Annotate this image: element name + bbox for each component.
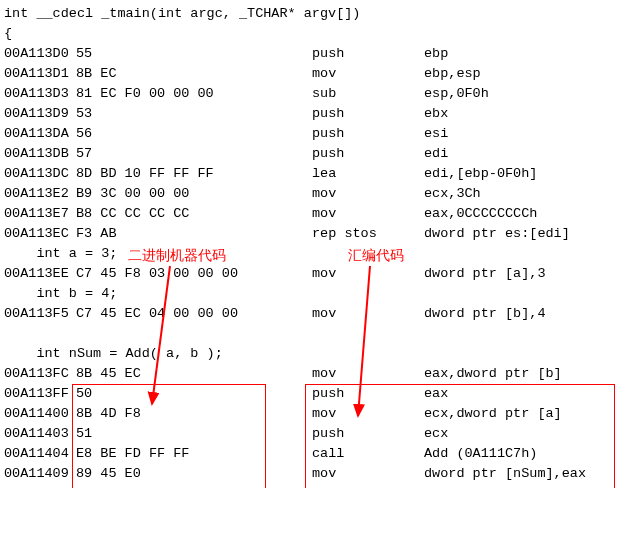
disasm-row: 00A113EEC7 45 F8 03 00 00 00movdword ptr… [4,264,618,284]
disasm-row: 00A113ECF3 ABrep stosdword ptr es:[edi] [4,224,618,244]
blank-line [4,324,618,344]
disasm-row: 00A113D953pushebx [4,104,618,124]
source-line: int a = 3; [4,244,618,264]
source-line: int b = 4; [4,284,618,304]
operands: ebp [424,44,448,64]
disasm-row: 00A114008B 4D F8movecx,dword ptr [a] [4,404,618,424]
disasm-row: 00A113FC8B 45 ECmoveax,dword ptr [b] [4,364,618,384]
mnemonic: push [312,44,424,64]
annotation-asm-code: 汇编代码 [348,245,404,265]
disasm-row: 00A113D381 EC F0 00 00 00subesp,0F0h [4,84,618,104]
bytes: 55 [76,44,312,64]
disasm-row: 00A113DB57pushedi [4,144,618,164]
annotation-machine-code: 二进制机器代码 [128,245,226,265]
disasm-row: 00A113DC8D BD 10 FF FF FFleaedi,[ebp-0F0… [4,164,618,184]
disasm-row: 00A113D055pushebp [4,44,618,64]
disasm-row: 00A113FF50pusheax [4,384,618,404]
addr: 00A113D0 [4,44,76,64]
source-line: int nSum = Add( a, b ); [4,344,618,364]
disasm-row: 00A1140989 45 E0movdword ptr [nSum],eax [4,464,618,484]
disasm-row: 00A113DA56pushesi [4,124,618,144]
disasm-row: 00A1140351pushecx [4,424,618,444]
source-line: { [4,24,618,44]
disasm-row: 00A113E2B9 3C 00 00 00movecx,3Ch [4,184,618,204]
source-line: int __cdecl _tmain(int argc, _TCHAR* arg… [4,4,618,24]
disasm-row: 00A113D18B ECmovebp,esp [4,64,618,84]
disasm-row: 00A113E7B8 CC CC CC CCmoveax,0CCCCCCCCh [4,204,618,224]
disasm-row: 00A113F5C7 45 EC 04 00 00 00movdword ptr… [4,304,618,324]
disasm-row: 00A11404E8 BE FD FF FFcallAdd (0A111C7h) [4,444,618,464]
